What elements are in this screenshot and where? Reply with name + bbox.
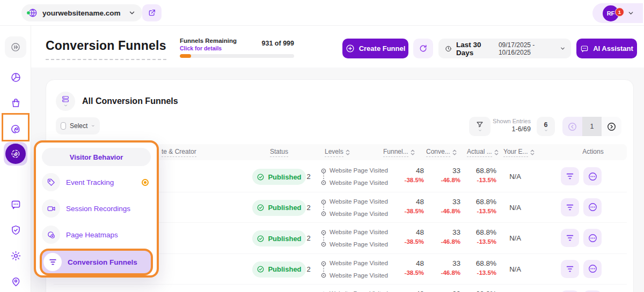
ellipsis-circle-icon [588,233,598,243]
page-size-selector[interactable]: 6 [537,117,555,136]
create-funnel-button[interactable]: Create Funnel [342,39,408,58]
levels-count: 2 [303,234,314,242]
funnel-chart-icon [566,234,574,242]
sidebar-item-communication[interactable] [0,199,31,210]
view-funnel-button[interactable] [561,198,579,216]
website-selector[interactable]: yourwebsitename.com [21,4,142,21]
table-row: Published 2 Website Page VisitedWebsite … [54,284,627,292]
page-title: Conversion Funnels [46,39,166,60]
funnel-visitors-cell: 48-38.5% [376,198,424,214]
refresh-button[interactable] [413,39,433,58]
view-funnel-button[interactable] [561,229,579,247]
sidebar-item-visitor-behavior[interactable] [4,142,27,166]
sidebar-item-behavior[interactable] [0,123,31,134]
next-page-button[interactable] [602,117,621,136]
column-actual[interactable]: Actual ... [467,148,499,157]
funnel-chart-icon [566,172,574,181]
actual-rate-cell: 68.8%-13.5% [462,228,496,245]
chevron-down-icon [63,103,68,108]
menu-item-conversion-funnels[interactable]: Conversion Funnels [42,251,151,273]
user-menu[interactable]: RF 1 [592,3,643,23]
date-range-picker[interactable]: Last 30 Days 09/17/2025 - 10/16/2025 [438,39,571,58]
actual-rate-cell: 68.8%-13.5% [462,167,496,183]
date-range-value: 09/17/2025 - 10/16/2025 [499,41,555,56]
sidebar-item-dashboard[interactable] [0,72,31,83]
sidebar-item-location[interactable] [0,276,31,287]
funnels-remaining-widget: Funnels Remaining Click for details 931 … [180,38,294,51]
check-circle-icon [257,265,265,273]
funnels-remaining-progressbar [180,54,294,58]
ellipsis-circle-icon [588,264,598,274]
chevron-down-icon [478,129,482,132]
open-website-button[interactable] [142,4,162,21]
video-camera-icon [42,199,60,218]
check-circle-icon [257,204,265,212]
tag-icon [42,173,60,191]
sidebar-item-settings[interactable] [0,250,31,261]
funnels-list-selector[interactable] [56,92,75,111]
status-badge: Published [252,230,306,246]
previous-page-button[interactable] [562,117,582,136]
visitor-behavior-target-icon [5,144,26,164]
actual-rate-cell: 68.8%-13.5% [462,290,496,292]
column-creator: te & Creator [162,148,196,157]
panel-title: All Conversion Funnels [82,96,178,106]
steps-timeline-icon [320,259,327,280]
column-actions: Actions [566,148,620,155]
avatar: RF 1 [603,5,619,21]
communication-chat-icon [10,199,21,210]
chevron-down-icon [627,10,634,17]
filter-funnel-icon [475,121,484,129]
sort-icon [494,149,499,155]
visitor-behavior-popup: Visitor Behavior Event Tracking Session … [34,140,159,278]
avatar-initials: RF [607,10,615,17]
behavior-spiral-icon [10,123,21,134]
ai-assistant-button[interactable]: AI Assistant [576,39,637,58]
column-funnel[interactable]: Funnel... [383,148,415,157]
check-circle-icon [257,235,265,243]
heatmap-circles-icon [42,226,60,244]
your-estimate-cell: N/A [496,265,534,273]
external-link-icon [148,9,156,17]
column-status: Status [252,148,306,157]
row-more-button[interactable] [583,260,602,278]
column-levels[interactable]: Levels [325,148,350,157]
column-conversions[interactable]: Conve... [426,148,457,157]
sidebar-item-privacy[interactable] [0,224,31,236]
row-more-button[interactable] [583,167,602,185]
privacy-shield-icon [10,224,21,236]
conversions-cell: 33-46.8% [428,228,460,245]
filter-button[interactable] [469,117,491,136]
funnel-visitors-cell: 48-38.5% [376,228,424,245]
chevron-down-icon [91,123,95,129]
arrow-left-circle-icon [567,122,577,132]
shown-entries-label: Shown Entries [491,118,531,124]
select-all-control[interactable]: Select [56,117,100,134]
steps-timeline-icon [320,167,327,188]
column-your-e[interactable]: Your E... [503,148,535,157]
popup-title: Visitor Behavior [42,148,151,166]
menu-item-event-tracking[interactable]: Event Tracking [42,172,151,192]
pagination: 1 [562,117,621,136]
actual-rate-cell: 68.8%-13.5% [462,198,496,214]
actual-rate-cell: 68.8%-13.5% [462,259,496,276]
funnel-visitors-cell: 48-38.5% [376,290,424,292]
top-bar: yourwebsitename.com RF 1 [0,0,644,26]
sort-icon [411,149,415,155]
menu-item-page-heatmaps[interactable]: Page Heatmaps [42,224,151,245]
view-funnel-button[interactable] [561,260,579,278]
funnel-chart-icon [566,265,574,273]
steps-timeline-icon [320,290,327,292]
row-more-button[interactable] [583,198,602,216]
view-funnel-button[interactable] [561,167,579,185]
funnel-chart-icon [566,203,574,212]
row-more-button[interactable] [583,229,602,247]
app-root: yourwebsitename.com RF 1 [0,0,644,292]
date-range-label: Last 30 Days [456,41,492,57]
shown-entries: Shown Entries 1-6/69 [491,118,531,133]
menu-item-session-recordings[interactable]: Session Recordings [42,198,151,219]
sidebar-item-ecommerce[interactable] [0,98,31,109]
select-checkbox[interactable] [61,122,66,130]
sidebar-collapse-button[interactable] [0,36,31,58]
conversions-cell: 33-46.8% [428,290,460,292]
